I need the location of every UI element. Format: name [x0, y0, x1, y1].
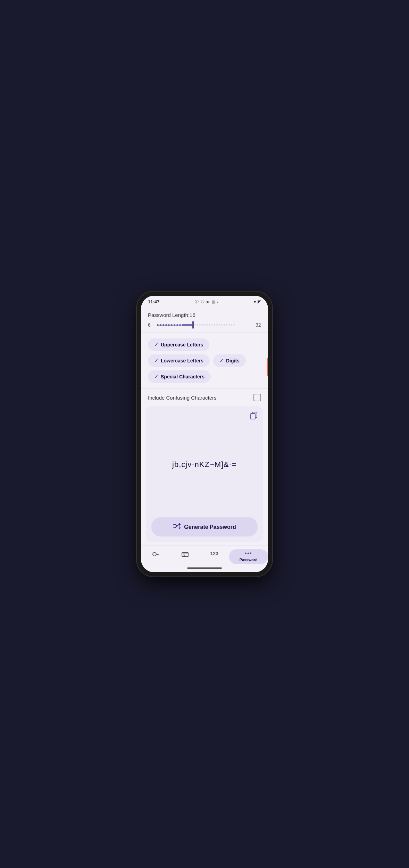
status-right: ▾ ◤ — [254, 299, 261, 304]
svg-rect-1 — [251, 413, 255, 419]
shield-icon: 🛡 — [201, 300, 204, 304]
uppercase-letters-btn[interactable]: ✓ Uppercase Letters — [148, 338, 209, 351]
slider-unfilled — [193, 324, 252, 326]
slider-dot-empty — [209, 324, 210, 326]
slider-dot — [178, 324, 180, 326]
slider-dot-empty — [202, 324, 203, 326]
slider-min: 6 — [148, 322, 153, 328]
lowercase-label: Lowercase Letters — [161, 358, 203, 363]
slider-dot-empty — [207, 324, 208, 326]
slider-dot-empty — [214, 324, 215, 326]
slider-dot — [158, 324, 160, 326]
char-options-section: ✓ Uppercase Letters ✓ Lowercase Letters … — [141, 333, 268, 388]
slider-dot-empty — [226, 324, 227, 326]
play-icon: ▶ — [207, 300, 209, 304]
wifi-icon: ▾ — [254, 299, 256, 304]
slider-dot-empty — [219, 324, 220, 326]
key-icon — [152, 551, 159, 560]
slider-dot-empty — [199, 324, 201, 326]
slider-dot — [164, 324, 166, 326]
svg-rect-6 — [182, 552, 188, 557]
digits-check: ✓ — [219, 358, 224, 363]
slider-dot-empty — [197, 324, 198, 326]
generate-btn-label: Generate Password — [184, 524, 236, 530]
side-button — [267, 358, 268, 376]
svg-rect-7 — [183, 555, 185, 556]
status-bar: 11:47 ⓘ 🛡 ▶ ▦ • ▾ ◤ — [141, 296, 268, 306]
numbers-icon: 123 — [210, 551, 218, 556]
generate-password-button[interactable]: Generate Password — [151, 517, 258, 537]
slider-max: 32 — [256, 322, 261, 328]
nav-item-password[interactable]: *** Password — [229, 549, 268, 564]
slider-dot-empty — [221, 324, 223, 326]
slider-dot-empty — [233, 324, 235, 326]
lowercase-check: ✓ — [154, 358, 158, 363]
copy-icon[interactable] — [249, 411, 258, 420]
slider-dot — [161, 324, 163, 326]
home-bar — [187, 567, 222, 569]
slider-dot-empty — [216, 324, 218, 326]
status-icons: ⓘ 🛡 ▶ ▦ • — [195, 299, 218, 304]
char-options-grid: ✓ Uppercase Letters ✓ Lowercase Letters … — [148, 338, 261, 383]
special-check: ✓ — [154, 374, 158, 379]
nav-item-key[interactable] — [141, 549, 170, 562]
phone-inner: 11:47 ⓘ 🛡 ▶ ▦ • ▾ ◤ Password Length:16 6 — [141, 296, 268, 572]
phone-frame: 11:47 ⓘ 🛡 ▶ ▦ • ▾ ◤ Password Length:16 6 — [137, 292, 272, 576]
digits-btn[interactable]: ✓ Digits — [213, 354, 246, 367]
slider-dot-empty — [194, 324, 196, 326]
password-nav-label: Password — [240, 558, 258, 562]
bottom-nav: 123 *** Password — [141, 546, 268, 565]
svg-point-2 — [153, 552, 156, 556]
password-length-section: Password Length:16 6 — [141, 306, 268, 333]
slider-track[interactable] — [157, 324, 252, 326]
slider-dot — [175, 324, 177, 326]
uppercase-check: ✓ — [154, 342, 158, 347]
home-indicator — [141, 565, 268, 572]
info-icon: ⓘ — [195, 299, 199, 304]
lowercase-letters-btn[interactable]: ✓ Lowercase Letters — [148, 354, 210, 367]
signal-icon: ◤ — [258, 299, 261, 304]
slider-dot-empty — [228, 324, 230, 326]
status-time: 11:47 — [148, 299, 159, 304]
generated-password: jb,cjv-nKZ~M]&-= — [151, 412, 258, 514]
special-chars-btn[interactable]: ✓ Special Characters — [148, 370, 211, 383]
slider-dot — [181, 324, 182, 326]
confusing-section: Include Confusing Characters — [141, 389, 268, 406]
uppercase-label: Uppercase Letters — [161, 342, 203, 347]
password-box: jb,cjv-nKZ~M]&-= Generate Password — [146, 406, 263, 542]
slider-dot-empty — [224, 324, 225, 326]
password-nav-icon: *** — [245, 551, 252, 557]
slider-dots-filled — [157, 324, 193, 326]
slider-filled — [157, 324, 193, 326]
confusing-checkbox[interactable] — [253, 394, 261, 401]
slider-dot — [169, 324, 171, 326]
dot-icon: • — [217, 300, 218, 304]
cards-icon — [181, 551, 189, 560]
password-length-title: Password Length:16 — [148, 312, 261, 318]
content-area: Password Length:16 6 — [141, 306, 268, 546]
nav-item-numbers[interactable]: 123 — [200, 549, 229, 558]
nav-item-cards[interactable] — [170, 549, 200, 562]
confusing-label: Include Confusing Characters — [148, 395, 217, 401]
special-label: Special Characters — [161, 374, 204, 379]
shuffle-icon — [173, 522, 181, 532]
grid-icon: ▦ — [211, 300, 215, 304]
slider-dot — [172, 324, 174, 326]
digits-label: Digits — [226, 358, 240, 363]
slider-dot-empty — [211, 324, 213, 326]
copy-icon-wrap[interactable] — [249, 411, 258, 420]
slider-dot-empty — [204, 324, 206, 326]
slider-container[interactable]: 6 — [148, 322, 261, 328]
slider-dot-empty — [231, 324, 232, 326]
slider-dot — [167, 324, 168, 326]
slider-thumb[interactable] — [192, 321, 194, 329]
